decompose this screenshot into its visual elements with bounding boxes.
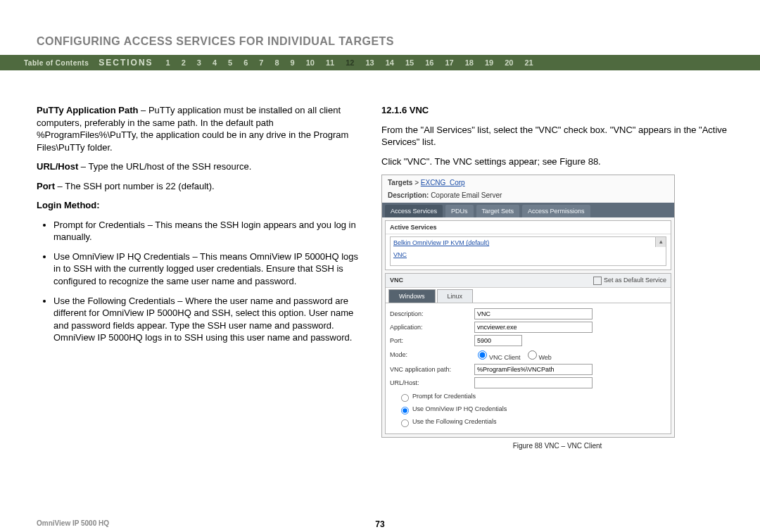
vnc-block-label: VNC (390, 276, 403, 284)
figure-desc-row: Description: Coporate Email Server (382, 191, 674, 203)
urlhost-field-label: URL/Host: (390, 379, 474, 387)
section-link-19[interactable]: 19 (485, 58, 493, 67)
vnc-path-label: VNC application path: (390, 365, 474, 374)
radio-cred[interactable] (401, 394, 409, 402)
page-title: CONFIGURING ACCESS SERVICES FOR INDIVIDU… (0, 0, 760, 55)
section-link-14[interactable]: 14 (386, 58, 394, 67)
targets-label: Targets (388, 179, 412, 186)
tab-access-permissions[interactable]: Access Permissions (522, 205, 590, 217)
product-name: OmniView IP 5000 HQ (37, 519, 109, 527)
vnc-path-input[interactable] (474, 364, 593, 375)
section-link-9[interactable]: 9 (291, 58, 295, 67)
figure-tabs: Access ServicesPDUsTarget SetsAccess Per… (382, 203, 674, 217)
right-column: 12.1.6 VNC From the "All Services" list,… (381, 104, 733, 454)
service-link[interactable]: VNC (391, 249, 666, 260)
subtab-windows[interactable]: Windows (388, 289, 436, 303)
subtab-linux[interactable]: Linux (437, 289, 474, 303)
page-number: 73 (375, 519, 384, 529)
radio-web[interactable] (528, 350, 537, 360)
os-subtabs: WindowsLinux (386, 288, 671, 303)
set-default-label: Set as Default Service (604, 276, 666, 284)
radio-cred[interactable] (401, 407, 409, 414)
vnc-heading: 12.1.6 VNC (381, 104, 733, 117)
mode-field-label: Mode: (390, 350, 474, 359)
active-services-block: Active Services Belkin OmniView IP KVM (… (385, 220, 671, 270)
left-column: PuTTy Application Path – PuTTy applicati… (37, 104, 381, 454)
breadcrumb-target[interactable]: EXCNG_Corp (421, 179, 465, 186)
figure-88: Targets > EXCNG_Corp Description: Copora… (381, 175, 675, 438)
section-link-8[interactable]: 8 (274, 58, 279, 67)
section-link-20[interactable]: 20 (505, 58, 513, 67)
toc-link[interactable]: Table of Contents (24, 59, 89, 67)
urlhost-text: – Type the URL/host of the SSH resource. (78, 161, 251, 172)
section-link-10[interactable]: 10 (306, 58, 315, 67)
tab-access-services[interactable]: Access Services (385, 205, 443, 217)
cred-option[interactable]: Use OmniView IP HQ Credentials (397, 404, 666, 415)
sections-label: SECTIONS (99, 58, 153, 68)
login-method-list: Prompt for Credentials – This means the … (37, 219, 360, 344)
section-link-5[interactable]: 5 (228, 58, 232, 67)
section-link-3[interactable]: 3 (197, 58, 201, 67)
right-p1: From the "All Services" list, select the… (381, 124, 733, 148)
desc-field-label: Description: (390, 310, 474, 318)
mode-web[interactable]: Web (524, 348, 552, 362)
section-link-12[interactable]: 12 (346, 58, 354, 67)
section-link-13[interactable]: 13 (365, 58, 374, 67)
figure-breadcrumb: Targets > EXCNG_Corp (382, 175, 674, 191)
service-link[interactable]: Belkin OmniView IP KVM (default) (391, 237, 666, 248)
mode-vnc-client[interactable]: VNC Client (474, 348, 521, 362)
desc-label: Description: (388, 191, 429, 199)
vnc-form: Description: Application: Port: Mode: VN… (386, 303, 671, 433)
section-link-11[interactable]: 11 (326, 58, 334, 67)
section-link-7[interactable]: 7 (259, 58, 263, 67)
figure-caption: Figure 88 VNC – VNC Client (381, 438, 733, 455)
tab-pdus[interactable]: PDUs (445, 205, 474, 217)
section-link-6[interactable]: 6 (243, 58, 248, 67)
application-input[interactable] (474, 322, 593, 333)
vnc-config-block: VNC Set as Default Service WindowsLinux … (385, 273, 671, 433)
radio-cred[interactable] (401, 419, 409, 427)
tab-target-sets[interactable]: Target Sets (476, 205, 520, 217)
urlhost-input[interactable] (474, 377, 593, 388)
port-field-label: Port: (390, 336, 474, 345)
port-input[interactable] (474, 335, 522, 346)
section-link-21[interactable]: 21 (524, 58, 533, 67)
app-field-label: Application: (390, 323, 474, 331)
list-item: Use the Following Credentials – Where th… (53, 295, 360, 344)
radio-vnc-client[interactable] (478, 350, 487, 360)
active-services-label: Active Services (386, 221, 671, 234)
section-link-18[interactable]: 18 (465, 58, 474, 67)
scroll-up-icon[interactable]: ▴ (655, 237, 666, 247)
credentials-group: Prompt for CredentialsUse OmniView IP HQ… (397, 391, 666, 428)
section-link-4[interactable]: 4 (213, 58, 217, 67)
set-default-service[interactable]: Set as Default Service (593, 276, 666, 284)
putty-label: PuTTy Application Path (37, 105, 138, 115)
section-link-16[interactable]: 16 (425, 58, 433, 67)
desc-value: Coporate Email Server (431, 191, 502, 199)
cred-option[interactable]: Use the Following Credentials (397, 417, 666, 428)
checkbox-icon[interactable] (593, 277, 602, 285)
section-link-15[interactable]: 15 (405, 58, 414, 67)
nav-bar: Table of Contents SECTIONS 1234567891011… (0, 55, 760, 70)
urlhost-label: URL/Host (37, 161, 78, 172)
content-area: PuTTy Application Path – PuTTy applicati… (0, 70, 760, 454)
right-p2: Click "VNC". The VNC settings appear; se… (381, 156, 733, 168)
section-link-1[interactable]: 1 (166, 58, 170, 67)
list-item: Prompt for Credentials – This means the … (53, 219, 360, 243)
description-input[interactable] (474, 308, 593, 319)
active-services-list: Belkin OmniView IP KVM (default)VNC ▴ (390, 236, 666, 266)
section-link-2[interactable]: 2 (182, 58, 186, 67)
port-text: – The SSH port number is 22 (default). (55, 181, 215, 191)
login-method-head: Login Method: (37, 199, 360, 212)
port-label: Port (37, 181, 55, 191)
list-item: Use OmniView IP HQ Credentials – This me… (53, 251, 360, 288)
cred-option[interactable]: Prompt for Credentials (397, 391, 666, 403)
section-link-17[interactable]: 17 (445, 58, 453, 67)
